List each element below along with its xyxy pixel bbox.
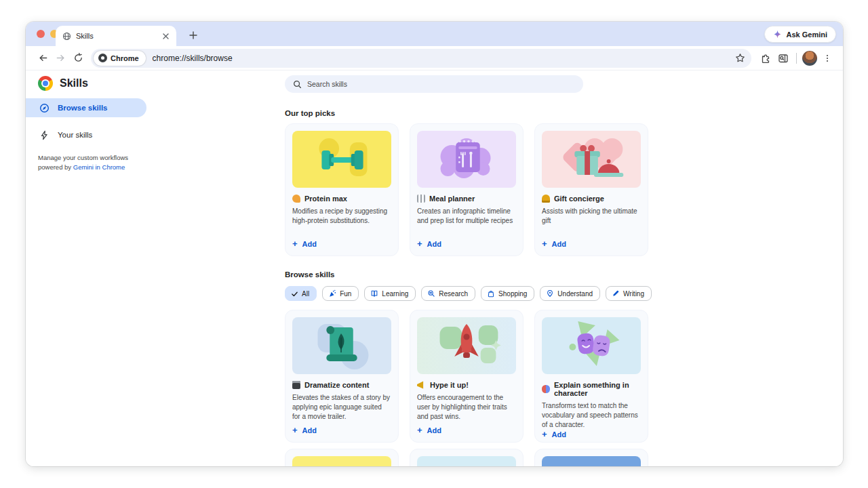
card-title: Dramatize content [304,381,369,389]
card-title: Protein max [304,195,347,203]
skill-card-protein-max: Protein max Modifies a recipe by suggest… [285,123,399,256]
filter-chip-learning[interactable]: Learning [364,286,416,301]
profile-avatar[interactable] [801,49,818,67]
filter-chips: All Fun Learning Research Shopping [285,286,652,301]
search-bar[interactable] [285,75,583,93]
chrome-mono-icon [98,54,107,62]
close-window-button[interactable] [37,30,45,38]
more-menu-icon[interactable] [818,49,836,67]
add-skill-button[interactable]: + Add [417,239,516,249]
toolbar-divider [796,53,797,64]
add-label: Add [302,240,317,248]
add-label: Add [552,240,566,248]
add-label: Add [552,430,566,439]
site-chip-label: Chrome [111,54,139,62]
filter-chip-fun[interactable]: Fun [322,286,359,301]
confetti-icon [328,289,336,298]
gemini-in-chrome-link[interactable]: Gemini in Chrome [73,163,125,171]
card-title-row: Gift concierge [542,195,641,203]
sidebar-item-browse-skills[interactable]: Browse skills [26,98,146,117]
sidebar-caption: Manage your custom workflows powered by … [38,153,157,173]
pen-icon [612,289,620,298]
research-icon [427,289,435,298]
shopping-bag-icon [487,289,495,298]
add-skill-button[interactable]: + Add [292,239,391,249]
card-title-row: Dramatize content [292,381,391,389]
add-label: Add [302,426,317,434]
top-picks-row: Protein max Modifies a recipe by suggest… [285,123,648,256]
performing-arts-masks-icon [542,385,550,393]
card-title-row: Meal planner [417,195,516,203]
skill-card-gift-concierge: Gift concierge Assists with picking the … [534,123,648,256]
caption-line1: Manage your custom workflows [38,154,128,161]
filter-chip-all[interactable]: All [285,286,317,301]
card-title-row: Hype it up! [417,381,516,389]
partial-illustration [542,456,641,466]
browse-skills-row: Dramatize content Elevates the stakes of… [285,310,648,443]
add-skill-button[interactable]: + Add [292,425,391,435]
filter-chip-writing[interactable]: Writing [606,286,652,301]
skills-page: Skills Browse skills Your skills Manage … [26,70,843,466]
gemini-spark-icon [773,30,782,39]
reload-button[interactable] [69,49,87,67]
plus-icon: + [292,239,298,249]
sidebar-item-your-skills[interactable]: Your skills [26,125,146,144]
card-description: Assists with picking the ultimate gift [542,207,641,226]
skill-card-partial [534,449,648,466]
search-input[interactable] [307,80,575,88]
add-label: Add [427,240,441,248]
book-icon [370,289,378,298]
globe-favicon-icon [62,32,71,41]
browser-window: Skills Ask Gemini [26,22,843,466]
card-description: Elevates the stakes of a story by applyi… [292,393,391,421]
site-chip[interactable]: Chrome [94,51,146,66]
browser-tab-skills[interactable]: Skills [56,26,176,46]
plus-icon: + [542,429,547,439]
meal-planner-illustration [417,131,516,188]
card-title: Hype it up! [430,381,469,389]
card-title-row: Explain something in character [542,381,641,397]
clapper-board-icon [292,381,300,389]
add-skill-button[interactable]: + Add [542,239,641,249]
bellhop-bell-icon [542,195,550,203]
add-skill-button[interactable]: + Add [542,429,641,439]
sidebar-item-label: Browse skills [58,104,108,112]
card-title: Gift concierge [554,195,604,203]
dramatize-content-illustration [292,317,391,374]
check-icon [291,290,298,298]
skill-card-explain-in-character: Explain something in character Transform… [534,310,648,443]
section-heading-top-picks: Our top picks [285,109,335,117]
tab-strip: Skills Ask Gemini [26,22,843,46]
skill-card-dramatize-content: Dramatize content Elevates the stakes of… [285,310,399,443]
flexed-biceps-icon [292,195,300,203]
avatar-image [802,51,817,66]
partial-illustration [292,456,391,466]
hype-it-up-illustration [417,317,516,374]
forward-button[interactable] [52,49,69,67]
skill-card-meal-planner: Meal planner Creates an infographic time… [410,123,524,256]
plus-icon: + [417,425,422,435]
back-button[interactable] [34,49,52,67]
filter-chip-shopping[interactable]: Shopping [481,286,534,301]
ask-gemini-label: Ask Gemini [786,30,827,39]
side-panel-search-icon[interactable] [774,49,792,67]
new-tab-button[interactable] [184,26,202,44]
app-header: Skills [38,76,88,91]
partial-skills-row [285,449,648,466]
add-skill-button[interactable]: + Add [417,425,516,435]
plus-icon: + [542,239,547,249]
filter-chip-understand[interactable]: Understand [540,286,600,301]
page-title: Skills [60,77,88,89]
address-bar[interactable]: Chrome chrome://skills/browse [91,49,751,68]
bookmark-star-icon[interactable] [731,49,749,67]
ask-gemini-button[interactable]: Ask Gemini [764,26,836,43]
skill-card-hype-it-up: Hype it up! Offers encouragement to the … [410,310,524,443]
skill-card-partial [410,449,524,466]
section-heading-browse: Browse skills [285,270,335,279]
explain-in-character-illustration [542,317,641,374]
url-text[interactable]: chrome://skills/browse [153,54,233,63]
add-label: Add [427,426,441,434]
extensions-icon[interactable] [757,49,774,67]
close-tab-icon[interactable] [160,30,171,41]
filter-chip-research[interactable]: Research [421,286,475,301]
